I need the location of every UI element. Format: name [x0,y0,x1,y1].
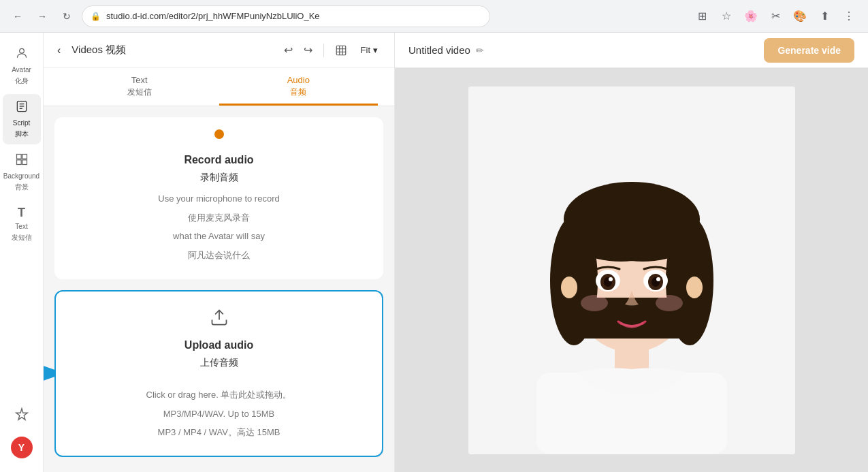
avatar-icon [15,46,29,63]
svg-point-32 [581,295,608,311]
svg-point-23 [686,277,703,298]
main-header: Untitled video ✏ Generate vide [395,33,868,68]
record-desc-1: Use your microphone to record [158,192,279,206]
video-title-area: Untitled video ✏ [408,44,484,56]
upload-title-zh: 上传音频 [200,357,238,369]
svg-rect-8 [22,160,27,165]
avatar-label-zh: 化身 [15,76,29,86]
extension3-icon-btn[interactable]: 🎨 [789,5,811,27]
generate-button[interactable]: Generate vide [764,38,854,63]
bookmark-icon-btn[interactable]: ☆ [716,5,737,27]
upload-desc-3: MP3 / MP4 / WAV。高达 15MB [158,426,280,439]
svg-point-31 [656,277,660,281]
frame-icon-btn[interactable] [332,42,350,59]
script-icon [15,99,29,116]
main-content: Untitled video ✏ Generate vide [395,33,868,472]
tab-text-label-zh: 发短信 [60,86,219,98]
fit-dropdown-icon: ▾ [373,45,378,55]
panel-toolbar: ↩ ↪ Fit ▾ [281,41,383,59]
panel-header: ‹ Videos 视频 ↩ ↪ Fit ▾ [44,33,394,68]
panel-content: Record audio 录制音频 Use your microphone to… [44,106,394,472]
user-avatar[interactable]: Y [11,437,33,458]
avatar-preview [468,86,795,454]
video-title: Untitled video [408,44,470,56]
upload-card-wrapper: Upload audio 上传音频 Click or drag here. 单击… [54,290,383,457]
sidebar-item-background[interactable]: Background 背景 [3,147,41,198]
redo-button[interactable]: ↪ [301,41,315,59]
tab-audio[interactable]: Audio 音频 [219,68,379,106]
tab-bar: Text 发短信 Audio 音频 [44,68,394,106]
effects-icon [14,407,29,426]
upload-icon [210,308,229,331]
script-label-zh: 脚本 [15,129,29,139]
record-desc-4: 阿凡达会说什么 [188,249,250,262]
forward-button[interactable]: → [33,7,52,26]
address-bar[interactable]: 🔒 studio.d-id.com/editor2/prj_hhWFMPuniy… [82,5,490,27]
lock-icon: 🔒 [91,12,101,21]
refresh-button[interactable]: ↻ [57,7,76,26]
text-icon: T [18,206,25,220]
upload-desc-2: MP3/MP4/WAV. Up to 15MB [163,407,275,421]
record-audio-card[interactable]: Record audio 录制音频 Use your microphone to… [54,117,383,279]
svg-point-0 [19,48,24,53]
back-button[interactable]: ← [8,7,27,26]
background-icon [15,153,29,170]
text-label-en: Text [15,223,27,230]
avatar-portrait [468,86,795,454]
back-panel-button[interactable]: ‹ [54,42,63,59]
url-text: studio.d-id.com/editor2/prj_hhWFMPuniyNz… [106,11,320,21]
sidebar-bottom: Y [3,402,41,464]
sidebar-item-avatar[interactable]: Avatar 化身 [3,41,41,91]
tab-text-label-en: Text [60,75,219,85]
sidebar-item-script[interactable]: Script 脚本 [3,94,41,144]
app-container: Avatar 化身 Script 脚本 [0,33,868,472]
background-label-en: Background [3,172,39,180]
sidebar-item-text[interactable]: T Text 发短信 [3,200,41,248]
extension4-icon-btn[interactable]: ⬆ [814,5,835,27]
left-sidebar: Avatar 化身 Script 脚本 [0,33,44,472]
extension2-icon-btn[interactable]: ✂ [765,5,786,27]
divider [323,44,324,57]
sidebar-item-effects[interactable] [3,402,41,431]
svg-rect-7 [16,160,21,165]
upload-audio-card[interactable]: Upload audio 上传音频 Click or drag here. 单击… [54,290,383,457]
tab-audio-label-zh: 音频 [219,86,379,98]
svg-point-33 [656,295,683,311]
browser-chrome: ← → ↻ 🔒 studio.d-id.com/editor2/prj_hhWF… [0,0,868,33]
tab-audio-label-en: Audio [219,75,379,85]
fit-button[interactable]: Fit ▾ [355,42,383,58]
svg-point-27 [609,277,613,281]
record-title-zh: 录制音频 [200,172,238,184]
svg-rect-5 [16,155,21,159]
record-title-en: Record audio [184,154,253,166]
menu-icon-btn[interactable]: ⋮ [838,5,860,27]
background-label-zh: 背景 [15,183,29,192]
avatar-label-en: Avatar [12,66,31,74]
svg-point-22 [561,277,577,298]
script-label-en: Script [13,119,31,127]
upload-desc-1: Click or drag here. 单击此处或拖动。 [146,388,292,402]
tab-text[interactable]: Text 发短信 [60,68,219,106]
record-dot [214,129,224,139]
panel-area: ‹ Videos 视频 ↩ ↪ Fit ▾ [44,33,395,472]
extension1-icon-btn[interactable]: 🌸 [740,5,762,27]
record-desc-2: 使用麦克风录音 [188,211,250,225]
browser-toolbar-right: ⊞ ☆ 🌸 ✂ 🎨 ⬆ ⋮ [691,5,860,27]
upload-title-en: Upload audio [184,339,253,351]
fit-label: Fit [361,45,370,55]
preview-area [395,68,868,472]
undo-button[interactable]: ↩ [281,41,295,59]
panel-title: Videos 视频 [71,44,126,57]
record-desc-3: what the Avatar will say [173,230,265,243]
svg-rect-6 [22,155,27,159]
edit-title-button[interactable]: ✏ [476,45,484,56]
panel-title-group: Videos 视频 [71,44,126,57]
translate-icon-btn[interactable]: ⊞ [691,5,713,27]
svg-rect-9 [336,46,346,55]
text-label-zh: 发短信 [12,233,32,242]
